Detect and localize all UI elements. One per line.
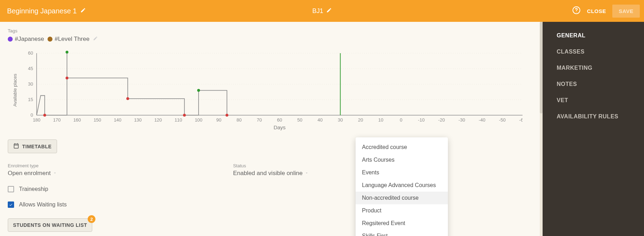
svg-text:150: 150 (94, 117, 101, 123)
main-content: Tags #Japanese #Level Three Available pl… (0, 22, 540, 236)
dropdown-item[interactable]: Regsitered Event (356, 217, 448, 230)
tag-dot-icon (48, 37, 52, 42)
data-collection-dropdown: Accredited course Arts Courses Events La… (356, 137, 448, 236)
tag-japanese[interactable]: #Japanese (8, 36, 44, 43)
dropdown-item[interactable]: Product (356, 204, 448, 217)
svg-text:20: 20 (358, 117, 363, 123)
nav-vet[interactable]: VET (557, 97, 633, 104)
chevron-down-icon (305, 170, 309, 177)
enrolment-field: Enrolment type Open enrolment (8, 163, 57, 177)
calendar-icon (13, 143, 19, 150)
dropdown-item[interactable]: Language Advanced Courses (356, 179, 448, 192)
svg-point-43 (126, 97, 129, 100)
checkbox-label: Allows Waiting lists (19, 201, 67, 208)
svg-text:0: 0 (400, 117, 402, 123)
select-value: Open enrolment (8, 170, 51, 177)
tag-label: #Japanese (15, 36, 44, 43)
svg-text:180: 180 (33, 117, 40, 123)
y-axis-label: Available places (12, 74, 18, 107)
count-badge: 2 (88, 215, 95, 223)
dropdown-item[interactable]: Accredited course (356, 141, 448, 154)
dropdown-item[interactable]: Skills First (356, 230, 448, 236)
tag-dot-icon (8, 37, 13, 42)
svg-text:50: 50 (297, 117, 302, 123)
checkbox[interactable] (8, 186, 14, 192)
svg-text:15: 15 (28, 97, 33, 102)
svg-text:120: 120 (154, 117, 162, 123)
svg-text:80: 80 (237, 117, 242, 123)
header-right: CLOSE SAVE (572, 5, 640, 18)
timetable-button[interactable]: TIMETABLE (8, 139, 57, 153)
pencil-icon[interactable] (80, 7, 86, 14)
pencil-icon[interactable] (326, 7, 332, 14)
students-waiting-list-button[interactable]: STUDENTS ON WAITING LIST 2 (8, 218, 92, 232)
svg-text:100: 100 (195, 117, 202, 123)
nav-general[interactable]: GENERAL (557, 32, 633, 39)
dropdown-item[interactable]: Arts Courses (356, 154, 448, 166)
svg-text:-20: -20 (438, 117, 445, 123)
close-button[interactable]: CLOSE (587, 8, 606, 14)
dropdown-item[interactable]: Events (356, 166, 448, 179)
svg-text:0: 0 (31, 112, 33, 118)
select-value: Enabled and visible online (233, 170, 303, 177)
svg-text:40: 40 (318, 117, 323, 123)
svg-text:45: 45 (28, 66, 33, 71)
chevron-down-icon (53, 170, 57, 177)
svg-text:170: 170 (53, 117, 61, 123)
tags-label: Tags (8, 28, 532, 33)
svg-text:160: 160 (73, 117, 81, 123)
svg-text:-40: -40 (479, 117, 486, 123)
header-bar: Beginning Japanese 1 BJ1 CLOSE SAVE (0, 0, 644, 22)
scrollbar-track[interactable] (540, 22, 543, 236)
svg-text:110: 110 (175, 117, 182, 123)
svg-text:130: 130 (134, 117, 142, 123)
checkbox-label: Traineeship (19, 186, 48, 192)
svg-text:10: 10 (378, 117, 383, 123)
traineeship-checkbox-row: Traineeship (8, 186, 532, 192)
help-icon[interactable] (572, 6, 581, 16)
availability-chart: Available places 01530456018017016015014… (18, 50, 532, 130)
svg-point-45 (226, 114, 229, 117)
svg-text:-60: -60 (519, 117, 523, 123)
svg-point-1 (576, 12, 577, 12)
header-center: BJ1 (312, 7, 332, 15)
nav-availability[interactable]: AVAILABILITY RULES (557, 113, 633, 120)
svg-text:70: 70 (257, 117, 262, 123)
waiting-lists-checkbox-row: Allows Waiting lists (8, 201, 532, 208)
svg-text:-50: -50 (499, 117, 506, 123)
svg-text:-10: -10 (418, 117, 425, 123)
svg-point-40 (197, 89, 200, 92)
svg-text:60: 60 (28, 50, 33, 56)
svg-text:-30: -30 (458, 117, 465, 123)
scrollbar-thumb[interactable] (540, 22, 543, 113)
nav-marketing[interactable]: MARKETING (557, 65, 633, 71)
svg-text:30: 30 (28, 81, 33, 87)
svg-text:140: 140 (114, 117, 121, 123)
button-label: STUDENTS ON WAITING LIST (13, 222, 87, 228)
svg-point-41 (43, 114, 46, 117)
x-axis-label: Days (37, 124, 523, 130)
tag-label: #Level Three (55, 36, 89, 43)
nav-notes[interactable]: NOTES (557, 81, 633, 87)
field-label: Status (233, 163, 309, 168)
right-nav: GENERAL CLASSES MARKETING NOTES VET AVAI… (543, 22, 644, 236)
dropdown-item[interactable]: Non-accredited course (356, 192, 448, 204)
checkbox[interactable] (8, 201, 14, 208)
enrolment-select[interactable]: Open enrolment (8, 170, 57, 177)
save-button[interactable]: SAVE (612, 5, 640, 18)
course-code: BJ1 (312, 7, 323, 15)
status-select[interactable]: Enabled and visible online (233, 170, 309, 177)
form-row: Enrolment type Open enrolment Status Ena… (8, 163, 532, 177)
svg-text:90: 90 (216, 117, 221, 123)
svg-point-44 (183, 114, 186, 117)
tags-row: #Japanese #Level Three (8, 36, 532, 43)
svg-point-42 (65, 76, 68, 79)
svg-point-39 (65, 51, 68, 54)
tag-level-three[interactable]: #Level Three (48, 36, 89, 43)
page-title: Beginning Japanese 1 (7, 7, 77, 15)
status-field: Status Enabled and visible online (233, 163, 309, 177)
nav-classes[interactable]: CLASSES (557, 49, 633, 55)
chart-svg: 0153045601801701601501401301201101009080… (18, 50, 523, 124)
pencil-icon[interactable] (93, 36, 98, 42)
timetable-label: TIMETABLE (22, 144, 52, 149)
